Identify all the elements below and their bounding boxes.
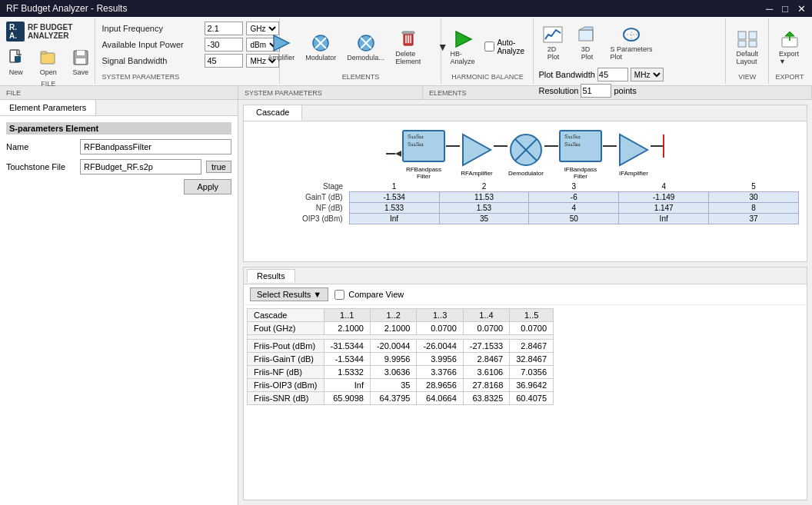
available-input-power-row: Available Input Power dBm dBW — [102, 38, 273, 51]
svg-marker-22 — [579, 27, 593, 30]
ifamplifier-label: IFAmplifier — [619, 170, 648, 177]
save-icon — [70, 47, 92, 68]
snr-result-row: Friis-SNR (dB) 65.9098 64.3795 64.0664 6… — [248, 392, 554, 405]
select-results-button[interactable]: Select Results ▼ — [250, 287, 328, 301]
available-power-input[interactable] — [205, 38, 243, 51]
window-title: RF Budget Analyzer - Results — [6, 3, 127, 14]
snr-result-2: 64.3795 — [370, 392, 416, 405]
signal-bw-input[interactable] — [205, 54, 243, 68]
export-button[interactable]: Export ▼ — [775, 26, 804, 68]
default-layout-icon — [737, 28, 758, 50]
sys-params-label: SYSTEM PARAMETERS — [102, 71, 273, 81]
2d-plot-button[interactable]: 2DPlot — [538, 22, 567, 63]
compare-view-checkbox[interactable] — [334, 290, 344, 300]
nf-1: 1.533 — [349, 203, 439, 214]
compare-view-label: Compare View — [334, 290, 404, 300]
3d-plot-button[interactable]: 3DPlot — [572, 22, 601, 63]
pout-3: -26.0044 — [417, 340, 463, 353]
view-section: DefaultLayout VIEW — [726, 18, 769, 84]
auto-analyze-checkbox[interactable] — [484, 42, 494, 51]
demodulator-element: Demodulator — [508, 131, 544, 177]
modulator-button[interactable]: Modulator — [301, 30, 340, 64]
chain-start — [386, 151, 401, 157]
modulator-icon — [310, 32, 331, 54]
rfbandpass-element: S₁₁S₁₂ S₂₁S₂₂ RFBandpassFilter — [401, 128, 446, 180]
ifbandpass-label: IFBandpassFilter — [564, 166, 597, 180]
plot-bw-unit[interactable]: MHzGHz — [631, 68, 664, 81]
delete-element-button[interactable]: DeleteElement — [391, 26, 425, 68]
fout-2: 2.1000 — [370, 322, 416, 335]
rfbandpass-icon: S₁₁S₁₂ S₂₁S₂₂ — [401, 128, 446, 164]
harmonic-section-label: HARMONIC BALANCE — [451, 71, 524, 81]
auto-analyze-label: Auto-Analyze — [484, 38, 528, 55]
fout-3: 0.0700 — [417, 322, 463, 335]
oip3-result-4: 27.8168 — [463, 379, 509, 392]
results-area: Results Select Results ▼ Compare View Ca… — [243, 267, 807, 500]
demodulator-icon — [508, 131, 544, 168]
line-4 — [603, 145, 617, 147]
element-parameters-tab[interactable]: Element Parameters — [0, 100, 96, 115]
ifamplifier-icon — [617, 131, 651, 168]
panel-tab-bar: Element Parameters — [0, 100, 238, 116]
cascade-tab[interactable]: Cascade — [244, 105, 302, 121]
demodulator-label: Demodula... — [347, 54, 384, 61]
maximize-btn[interactable]: □ — [782, 3, 788, 15]
save-button[interactable]: Save — [66, 45, 95, 78]
amplifier-button[interactable]: Amplifier — [264, 30, 298, 64]
harmonic-balance-section: HB-Analyze Auto-Analyze HARMONIC BALANCE — [441, 18, 534, 84]
gaint-result-1: -1.5344 — [324, 353, 370, 366]
col-1-3: 1..3 — [417, 309, 463, 322]
panel-content: S-parameters Element Name Touchstone Fil… — [0, 116, 238, 505]
touchstone-input[interactable] — [80, 159, 201, 174]
nf-result-4: 3.6106 — [463, 366, 509, 379]
gaint-5: 30 — [709, 192, 799, 203]
results-controls: Select Results ▼ Compare View — [244, 284, 807, 305]
s-params-button[interactable]: S ParametersPlot — [606, 22, 656, 63]
nf-2: 1.53 — [439, 203, 529, 214]
minimize-btn[interactable]: ─ — [766, 3, 773, 15]
plots-section: 2DPlot 3DPlot S ParametersPlot Plot Band… — [534, 18, 726, 84]
browse-button[interactable]: true — [206, 161, 231, 173]
ribbon: R. A. RF BUDGET ANALYZER New Open Save — [0, 17, 812, 86]
nf-result-3: 3.3766 — [417, 366, 463, 379]
touchstone-label: Touchstone File — [6, 162, 75, 171]
pout-4: -27.1533 — [463, 340, 509, 353]
open-label: Open — [40, 68, 57, 76]
gaint-result-label: Friis-GainT (dB) — [248, 353, 324, 366]
close-btn[interactable]: ✕ — [797, 3, 806, 15]
export-label: Export ▼ — [779, 50, 800, 65]
oip3-result-3: 28.9656 — [417, 379, 463, 392]
chain-end — [651, 135, 664, 173]
default-layout-button[interactable]: DefaultLayout — [732, 26, 762, 68]
svg-marker-7 — [274, 35, 289, 51]
available-power-label: Available Input Power — [102, 40, 201, 49]
hb-analyze-label: HB-Analyze — [450, 50, 478, 65]
svg-marker-44 — [620, 135, 647, 165]
results-header-row: Cascade 1..1 1..2 1..3 1..4 1..5 — [248, 309, 554, 322]
hb-analyze-button[interactable]: HB-Analyze — [446, 26, 481, 68]
line-end — [651, 145, 663, 147]
fout-row: Fout (GHz) 2.1000 2.1000 0.0700 0.0700 0… — [248, 322, 554, 335]
stage-4-header: 4 — [619, 181, 709, 192]
svg-marker-37 — [463, 135, 491, 165]
apply-button[interactable]: Apply — [184, 179, 231, 194]
stage-5-header: 5 — [709, 181, 799, 192]
name-input[interactable] — [80, 139, 231, 154]
snr-result-4: 63.8325 — [463, 392, 509, 405]
open-button[interactable]: Open — [34, 45, 63, 78]
left-panel: Element Parameters S-parameters Element … — [0, 100, 238, 505]
results-table: Cascade 1..1 1..2 1..3 1..4 1..5 Fout (G… — [247, 308, 554, 405]
demodulator-button[interactable]: Demodula... — [343, 30, 388, 64]
fout-4: 0.0700 — [463, 322, 509, 335]
window-controls[interactable]: ─ □ ✕ — [766, 3, 806, 15]
sys-params-bottom-label: SYSTEM PARAMETERS — [238, 86, 423, 99]
new-button[interactable]: New — [2, 45, 31, 78]
svg-marker-19 — [456, 32, 471, 47]
stage-header-row: Stage 1 2 3 4 5 — [251, 181, 799, 192]
results-tab[interactable]: Results — [247, 269, 295, 282]
cascade-tab-label: Cascade — [256, 108, 289, 117]
plot-bw-input[interactable] — [597, 68, 628, 81]
input-freq-input[interactable] — [205, 22, 243, 35]
nf-row: NF (dB) 1.533 1.53 4 1.147 8 — [251, 203, 799, 214]
input-frequency-row: Input Frequency GHz MHz — [102, 22, 273, 35]
